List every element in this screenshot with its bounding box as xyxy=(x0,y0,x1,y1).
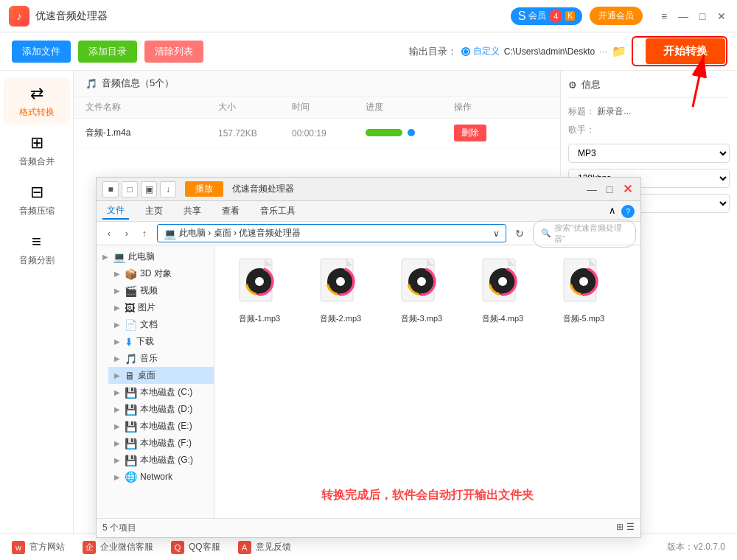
status-feedback-label: 意见反馈 xyxy=(256,541,291,553)
toolbar: 添加文件 添加目录 清除列表 输出目录： 自定义 C:\Users\admin\… xyxy=(0,32,737,71)
file-table-header: 🎵 音频信息（5个） xyxy=(74,71,560,97)
output-folder-button[interactable]: 📁 xyxy=(612,44,626,58)
progress-bar xyxy=(366,129,402,136)
tree-item-desktop[interactable]: ▶ 🖥 桌面 xyxy=(108,367,214,384)
output-radio[interactable]: 自定义 xyxy=(461,45,500,57)
close-button[interactable]: ✕ xyxy=(715,10,728,23)
file-item-1[interactable]: 音频-1.mp3 xyxy=(226,257,293,324)
tree-label-video: 视频 xyxy=(140,284,158,297)
info-panel-title: 信息 xyxy=(581,78,601,91)
search-placeholder: 搜索"优速音频处理器" xyxy=(554,223,628,245)
maximize-button[interactable]: □ xyxy=(696,10,709,23)
sidebar-item-merge[interactable]: ⊞ 音频合并 xyxy=(4,127,70,174)
explorer-body: ▶ 💻 此电脑 ▶ 📦 3D 对象 ▶ 🎬 视频 xyxy=(97,245,640,518)
tree-label-music: 音乐 xyxy=(140,352,158,365)
forward-button[interactable]: › xyxy=(119,225,135,242)
collapse-ribbon-icon[interactable]: ∧ xyxy=(607,205,618,217)
tree-item-drive-e[interactable]: ▶ 💾 本地磁盘 (E:) xyxy=(108,418,214,435)
hamburger-icon[interactable]: ≡ xyxy=(657,10,671,23)
start-convert-button[interactable]: 开始转换 xyxy=(646,38,725,64)
tree-item-3d[interactable]: ▶ 📦 3D 对象 xyxy=(108,265,214,282)
playing-tab[interactable]: 播放 xyxy=(185,181,223,197)
minimize-button[interactable]: — xyxy=(677,10,690,23)
svg-point-4 xyxy=(255,277,264,286)
explorer-maximize-button[interactable]: □ xyxy=(602,182,617,197)
file-icon-4 xyxy=(477,257,528,309)
ribbon-tab-file[interactable]: 文件 xyxy=(102,203,129,220)
tree-label-drive-c: 本地磁盘 (C:) xyxy=(140,386,192,399)
tree-label-pics: 图片 xyxy=(138,301,156,314)
tree-item-drive-g[interactable]: ▶ 💾 本地磁盘 (G:) xyxy=(108,452,214,469)
tree-item-download[interactable]: ▶ ⬇ 下载 xyxy=(108,333,214,350)
list-view-icon[interactable]: ☰ xyxy=(626,522,635,532)
file-name-4: 音频-4.mp3 xyxy=(482,313,523,324)
up-button[interactable]: ↑ xyxy=(136,225,153,242)
tree-item-music[interactable]: ▶ 🎵 音乐 xyxy=(108,350,214,367)
file-item-5[interactable]: 音频-5.mp3 xyxy=(551,257,617,324)
sidebar-item-split[interactable]: ≡ 音频分割 xyxy=(4,226,70,273)
title-bar-right: S 会员 4 K 开通会员 ≡ — □ ✕ xyxy=(511,7,728,25)
search-box[interactable]: 🔍 搜索"优速音频处理器" xyxy=(533,220,636,248)
network-icon: 🌐 xyxy=(125,471,137,483)
ribbon-tab-home[interactable]: 主页 xyxy=(141,203,167,219)
tree-toggle-g: ▶ xyxy=(114,456,122,464)
sidebar: ⇄ 格式转换 ⊞ 音频合并 ⊟ 音频压缩 ≡ 音频分割 xyxy=(0,71,74,533)
file-time-cell: 00:00:19 xyxy=(292,128,366,139)
tree-item-network[interactable]: ▶ 🌐 Network xyxy=(108,469,214,485)
file-item-3[interactable]: 音频-3.mp3 xyxy=(388,257,455,324)
ribbon-icon-3[interactable]: ▣ xyxy=(141,181,157,197)
addr-path-text: 此电脑 › 桌面 › 优速音频处理器 xyxy=(179,227,301,239)
status-wechat-label: 企业微信客服 xyxy=(100,541,153,553)
member-badge: S 会员 4 K xyxy=(511,7,582,25)
status-wechat[interactable]: 企 企业微信客服 xyxy=(83,541,153,554)
member-icon: S xyxy=(518,10,526,23)
tree-label-docs: 文档 xyxy=(140,318,158,331)
tree-item-drive-f[interactable]: ▶ 💾 本地磁盘 (F:) xyxy=(108,435,214,452)
table-row: 音频-1.m4a 157.72KB 00:00:19 删除 xyxy=(74,119,560,148)
addr-dropdown-icon[interactable]: ∨ xyxy=(493,228,500,239)
add-dir-button[interactable]: 添加目录 xyxy=(78,41,137,63)
delete-button[interactable]: 删除 xyxy=(454,125,486,141)
tree-item-drive-c[interactable]: ▶ 💾 本地磁盘 (C:) xyxy=(108,384,214,401)
info-title-row: 标题： 新录音... xyxy=(568,105,730,118)
ribbon-tab-view[interactable]: 查看 xyxy=(217,203,244,219)
output-label: 输出目录： xyxy=(409,45,457,58)
tree-item-pc[interactable]: ▶ 💻 此电脑 xyxy=(97,248,214,265)
ribbon-icon-4[interactable]: ↓ xyxy=(160,181,176,197)
info-panel-header: ⚙ 信息 xyxy=(568,78,730,98)
grid-view-icon[interactable]: ⊞ xyxy=(616,522,624,532)
address-path[interactable]: 💻 此电脑 › 桌面 › 优速音频处理器 ∨ xyxy=(157,224,506,242)
tree-toggle-desktop: ▶ xyxy=(114,371,122,379)
clear-list-button[interactable]: 清除列表 xyxy=(144,41,203,63)
vip-button[interactable]: 开通会员 xyxy=(590,7,643,25)
output-more-button[interactable]: ··· xyxy=(599,46,607,57)
ribbon-tab-share[interactable]: 共享 xyxy=(179,203,206,219)
sidebar-item-format[interactable]: ⇄ 格式转换 xyxy=(4,78,70,125)
sidebar-item-compress[interactable]: ⊟ 音频压缩 xyxy=(4,177,70,223)
ribbon-icon-1[interactable]: ■ xyxy=(102,181,119,197)
status-feedback[interactable]: A 意见反馈 xyxy=(238,541,291,554)
format-select[interactable]: MP3 AAC WAV xyxy=(568,144,730,163)
tree-item-video[interactable]: ▶ 🎬 视频 xyxy=(108,282,214,299)
explorer-minimize-button[interactable]: — xyxy=(584,182,599,197)
tree-label-drive-e: 本地磁盘 (E:) xyxy=(140,420,192,433)
tree-item-drive-d[interactable]: ▶ 💾 本地磁盘 (D:) xyxy=(108,401,214,418)
add-file-button[interactable]: 添加文件 xyxy=(12,41,71,63)
file-item-4[interactable]: 音频-4.mp3 xyxy=(469,257,536,324)
hint-text: 转换完成后，软件会自动打开输出文件夹 xyxy=(321,488,534,503)
explorer-close-button[interactable]: ✕ xyxy=(620,182,635,197)
ribbon-tab-music[interactable]: 音乐工具 xyxy=(256,203,300,219)
status-official[interactable]: w 官方网站 xyxy=(12,541,65,554)
feedback-icon: A xyxy=(238,541,251,554)
tree-item-docs[interactable]: ▶ 📄 文档 xyxy=(108,316,214,333)
search-icon: 🔍 xyxy=(541,228,551,238)
ribbon-icon-2[interactable]: □ xyxy=(122,181,138,197)
back-button[interactable]: ‹ xyxy=(101,225,117,242)
refresh-button[interactable]: ↻ xyxy=(511,225,528,242)
tree-item-pics[interactable]: ▶ 🖼 图片 xyxy=(108,299,214,316)
file-item-2[interactable]: 音频-2.mp3 xyxy=(307,257,374,324)
status-qq[interactable]: Q QQ客服 xyxy=(171,541,220,554)
tree-toggle-f: ▶ xyxy=(114,439,122,447)
col-action: 操作 xyxy=(454,101,548,113)
help-icon[interactable]: ? xyxy=(621,205,635,218)
